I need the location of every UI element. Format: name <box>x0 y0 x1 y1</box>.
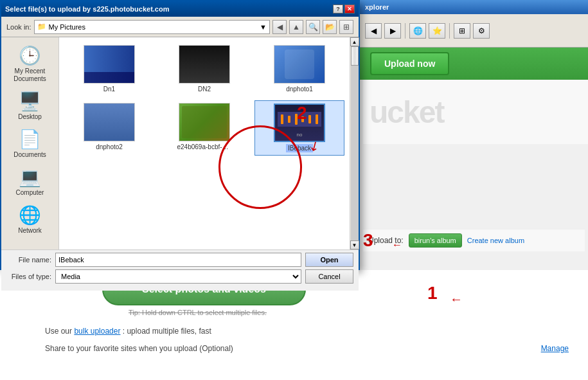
nav-folder-button[interactable]: 📂 <box>323 20 337 34</box>
file-thumb-e24b <box>179 103 230 141</box>
sidebar-item-documents[interactable]: 📄 Documents <box>4 126 56 161</box>
logo-area: ucket <box>363 80 588 144</box>
bulk-uploader-text: Use our bulk uploader : upload multiple … <box>45 327 211 336</box>
dialog-bottom: File name: Open Files of type: Media Can… <box>1 249 359 291</box>
annotation-1: 1 <box>427 283 438 303</box>
dialog-sidebar: 🕒 My RecentDocuments 🖥️ Desktop 📄 Docume… <box>1 37 59 249</box>
filename-label: File name: <box>6 256 51 264</box>
file-label-dn2: DN2 <box>198 86 211 93</box>
annotation-2: 2 <box>297 103 307 123</box>
nav-up-button[interactable]: ▲ <box>289 20 303 34</box>
sidebar-item-desktop[interactable]: 🖥️ Desktop <box>4 88 56 123</box>
file-item-dn1[interactable]: Dn1 <box>64 42 154 95</box>
desktop-icon: 🖥️ <box>19 91 41 112</box>
file-label-e24b: e24b069a-bcbf-4f84-8... <box>177 143 232 150</box>
sidebar-item-network[interactable]: 🌐 Network <box>4 202 56 237</box>
look-in-value: My Pictures <box>49 23 85 31</box>
globe-icon: 🌐 <box>409 23 426 39</box>
annotation-arrow-3: ← <box>392 239 402 251</box>
documents-icon: 📄 <box>19 129 41 150</box>
look-in-dropdown[interactable]: 📁 My Pictures ▼ <box>34 20 270 34</box>
file-label-dnphoto1: dnphoto1 <box>286 86 313 93</box>
star-icon: ⭐ <box>429 23 445 39</box>
annotation-3: 3 <box>363 230 373 251</box>
dropdown-arrow: ▼ <box>260 23 267 31</box>
annotation-arrow-1: ← <box>450 292 463 307</box>
filetype-select[interactable]: Media <box>55 269 301 284</box>
computer-icon: 💻 <box>19 167 41 188</box>
nav-view-button[interactable]: ⊞ <box>339 20 353 34</box>
upload-bar: Upload now <box>360 48 588 80</box>
recent-icon: 🕒 <box>19 45 41 66</box>
dialog-toolbar: Look in: 📁 My Pictures ▼ ◀ ▲ 🔍 📂 ⊞ <box>1 17 359 37</box>
folder-icon: 📁 <box>37 23 46 31</box>
bulk-prefix: Use our <box>45 327 72 336</box>
nav-search-button[interactable]: 🔍 <box>306 20 320 34</box>
filename-input[interactable] <box>55 253 301 267</box>
sidebar-recent-label: My RecentDocuments <box>13 68 46 83</box>
scroll-up-arrow[interactable]: ▲ <box>350 37 359 46</box>
open-button[interactable]: Open <box>305 253 353 267</box>
dialog-title-text: Select file(s) to upload by s225.photobu… <box>5 5 170 13</box>
file-item-dnphoto2[interactable]: dnphoto2 <box>64 100 154 156</box>
look-in-label: Look in: <box>6 23 31 31</box>
tip-text: Tip: Hold down CTRL to select multiple f… <box>129 309 267 316</box>
network-icon: 🌐 <box>19 204 41 226</box>
back-button[interactable]: ◀ <box>365 23 382 39</box>
cancel-button[interactable]: Cancel <box>305 269 353 284</box>
help-button[interactable]: ? <box>333 5 343 14</box>
file-thumb-dn1 <box>84 45 135 84</box>
file-dialog: Select file(s) to upload by s225.photobu… <box>0 0 360 270</box>
settings-button[interactable]: ⚙ <box>473 23 490 39</box>
file-item-e24b[interactable]: e24b069a-bcbf-4f84-8... <box>159 100 249 156</box>
sidebar-item-recent[interactable]: 🕒 My RecentDocuments <box>4 42 56 86</box>
expand-button[interactable]: ⊞ <box>454 23 470 39</box>
scroll-track <box>351 46 359 240</box>
file-thumb-dnphoto2 <box>84 103 135 141</box>
file-thumb-dn2 <box>179 45 230 84</box>
dialog-title-icons: ? ✕ <box>333 5 355 14</box>
filename-row: File name: Open <box>6 253 353 267</box>
dialog-title-bar: Select file(s) to upload by s225.photobu… <box>1 1 359 17</box>
album-dropdown[interactable]: birun's album <box>409 233 462 248</box>
forward-button[interactable]: ▶ <box>384 23 401 39</box>
sidebar-network-label: Network <box>18 227 42 235</box>
sidebar-desktop-label: Desktop <box>18 113 42 121</box>
create-album-link[interactable]: Create new album <box>467 237 524 244</box>
nav-back-button[interactable]: ◀ <box>272 20 287 34</box>
filetype-row: Files of type: Media Cancel <box>6 269 353 284</box>
file-thumb-dnphoto1 <box>274 45 325 84</box>
scroll-thumb[interactable] <box>351 46 359 66</box>
browser-toolbar: ◀ ▶ 🌐 ⭐ ⊞ ⚙ <box>360 14 588 48</box>
dialog-scrollbar[interactable]: ▲ ▼ <box>350 37 359 249</box>
filetype-label: Files of type: <box>6 273 51 280</box>
file-item-dn2[interactable]: DN2 <box>159 42 249 95</box>
bulk-uploader-link[interactable]: bulk uploader <box>74 327 120 336</box>
close-button[interactable]: ✕ <box>344 5 355 14</box>
file-label-dnphoto2: dnphoto2 <box>96 143 123 150</box>
dialog-body: 🕒 My RecentDocuments 🖥️ Desktop 📄 Docume… <box>1 37 359 249</box>
sidebar-computer-label: Computer <box>16 189 44 197</box>
share-text: Share to your favorite sites when you up… <box>45 344 233 353</box>
toolbar-divider-2 <box>449 23 450 39</box>
sidebar-item-computer[interactable]: 💻 Computer <box>4 164 56 199</box>
browser-title-text: xplorer <box>365 3 389 11</box>
bulk-suffix: : upload multiple files, fast <box>123 327 211 336</box>
scroll-down-arrow[interactable]: ▼ <box>350 240 359 249</box>
toolbar-divider <box>405 23 405 39</box>
browser-title-bar: xplorer <box>360 0 588 14</box>
file-item-dnphoto1[interactable]: dnphoto1 <box>254 42 344 95</box>
bucket-logo-text: ucket <box>363 95 443 130</box>
sidebar-documents-label: Documents <box>13 151 46 159</box>
manage-link[interactable]: Manage <box>541 344 569 353</box>
upload-now-button[interactable]: Upload now <box>370 52 449 75</box>
file-label-dn1: Dn1 <box>103 86 115 93</box>
